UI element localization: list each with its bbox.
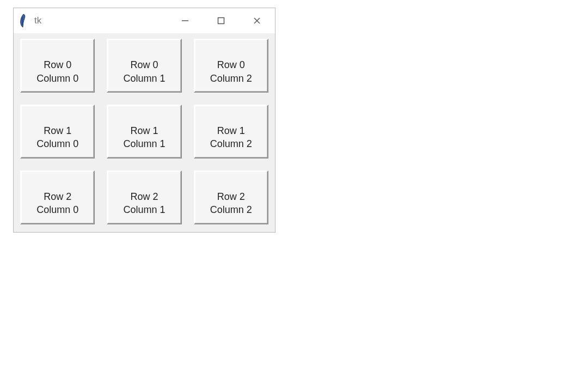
svg-rect-1 bbox=[218, 18, 224, 24]
grid-button-r0-c1[interactable]: Row 0 Column 1 bbox=[107, 39, 181, 93]
button-grid: Row 0 Column 0 Row 0 Column 1 Row 0 Colu… bbox=[20, 39, 268, 224]
grid-button-label: Row 2 Column 0 bbox=[36, 191, 78, 215]
feather-icon bbox=[18, 13, 29, 29]
grid-button-r0-c0[interactable]: Row 0 Column 0 bbox=[20, 39, 95, 93]
titlebar[interactable]: tk bbox=[14, 8, 275, 33]
grid-button-r1-c1[interactable]: Row 1 Column 1 bbox=[107, 105, 181, 158]
grid-button-label: Row 1 Column 2 bbox=[210, 125, 252, 149]
grid-button-r1-c2[interactable]: Row 1 Column 2 bbox=[194, 105, 268, 158]
grid-button-r1-c0[interactable]: Row 1 Column 0 bbox=[20, 105, 95, 158]
grid-button-label: Row 1 Column 1 bbox=[123, 125, 165, 149]
close-button[interactable] bbox=[239, 8, 275, 33]
grid-button-label: Row 0 Column 0 bbox=[36, 59, 78, 83]
grid-button-label: Row 2 Column 2 bbox=[210, 191, 252, 215]
grid-button-label: Row 1 Column 0 bbox=[36, 125, 78, 149]
grid-button-r2-c2[interactable]: Row 2 Column 2 bbox=[194, 170, 268, 224]
window-controls bbox=[167, 8, 275, 33]
grid-button-r2-c0[interactable]: Row 2 Column 0 bbox=[20, 170, 95, 224]
maximize-button[interactable] bbox=[203, 8, 239, 33]
app-window: tk Row 0 Column 0 bbox=[13, 8, 275, 233]
minimize-button[interactable] bbox=[167, 8, 203, 33]
client-area: Row 0 Column 0 Row 0 Column 1 Row 0 Colu… bbox=[14, 33, 275, 232]
grid-button-r2-c1[interactable]: Row 2 Column 1 bbox=[107, 170, 181, 224]
window-title: tk bbox=[34, 15, 41, 26]
grid-button-label: Row 0 Column 2 bbox=[210, 59, 252, 83]
grid-button-label: Row 2 Column 1 bbox=[123, 191, 165, 215]
grid-button-r0-c2[interactable]: Row 0 Column 2 bbox=[194, 39, 268, 93]
grid-button-label: Row 0 Column 1 bbox=[123, 59, 165, 83]
